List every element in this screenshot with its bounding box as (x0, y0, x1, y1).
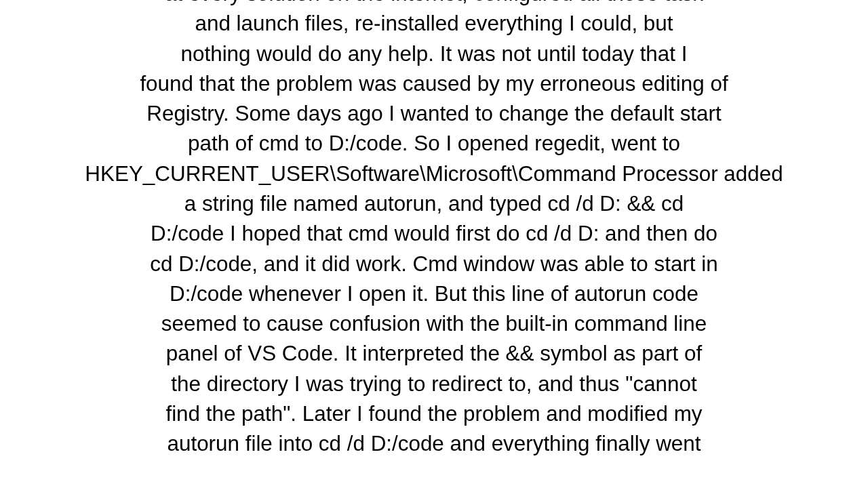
document-page: at every solution on the internet, confi… (0, 0, 868, 488)
body-text: at every solution on the internet, confi… (85, 0, 783, 460)
